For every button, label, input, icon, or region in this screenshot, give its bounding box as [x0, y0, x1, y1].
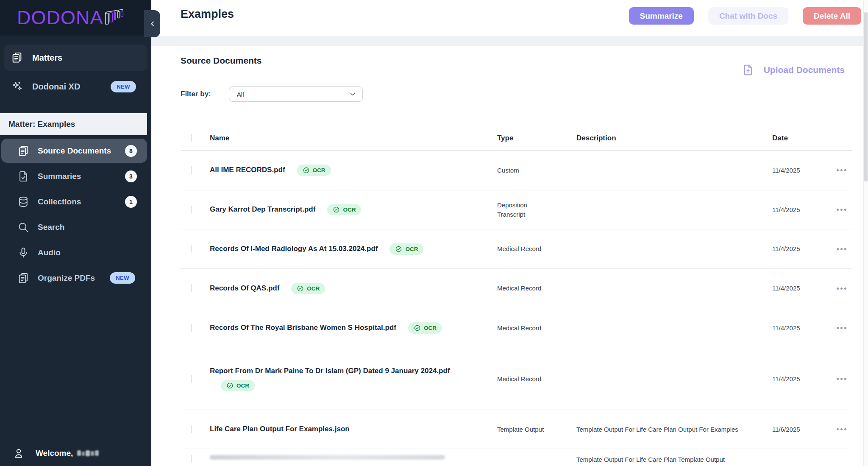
scrollbar-thumb[interactable] [864, 12, 868, 181]
document-date: 11/4/2025 [772, 244, 832, 254]
sidebar-top-nav: MattersDodonai XDNEW [0, 36, 151, 99]
check-circle-icon [395, 246, 402, 253]
chat-with-docs-button[interactable]: Chat with Docs [708, 7, 788, 25]
document-description: Template Output For Life Care Plan Outpu… [576, 425, 772, 434]
ocr-badge-label: OCR [313, 167, 326, 173]
ocr-badge-label: OCR [343, 206, 356, 213]
document-name[interactable]: Life Care Plan Output For Examples.json [210, 424, 350, 434]
row-checkbox[interactable] [191, 245, 192, 253]
document-name[interactable]: Records Of I-Med Radiology As At 15.03.2… [210, 244, 378, 254]
table-row: Records Of QAS.pdfOCRMedical Record11/4/… [181, 269, 852, 308]
search-icon [17, 221, 29, 233]
logo-chimes-icon [104, 7, 124, 26]
document-date: 11/4/2025 [772, 324, 832, 333]
row-checkbox[interactable] [191, 455, 192, 463]
table-row: Report From Dr Mark Paine To Dr Islam (G… [181, 348, 852, 410]
column-header-type: Type [497, 134, 576, 142]
check-circle-icon [333, 206, 340, 213]
sidebar-item-label: Summaries [38, 172, 81, 181]
chevron-left-icon [149, 20, 156, 28]
check-circle-icon [297, 285, 304, 292]
page-scrollbar[interactable] [863, 0, 868, 466]
sidebar-item-summaries[interactable]: Summaries3 [1, 164, 147, 188]
row-checkbox[interactable] [191, 375, 192, 383]
ocr-badge: OCR [389, 243, 423, 255]
matter-banner: Matter: Examples [0, 113, 147, 135]
sidebar-item-label: Audio [38, 248, 61, 257]
sparkles-icon [11, 81, 23, 92]
microphone-icon [17, 247, 29, 259]
select-all-checkbox[interactable] [191, 134, 192, 142]
filter-dropdown[interactable]: All [229, 87, 363, 102]
row-menu-button[interactable] [832, 248, 852, 250]
sidebar-item-collections[interactable]: Collections1 [1, 190, 147, 214]
upload-documents-link[interactable]: Upload Documents [742, 64, 845, 76]
sidebar-collapse-button[interactable] [144, 10, 160, 37]
document-name[interactable]: All IME RECORDS.pdf [210, 165, 285, 175]
ocr-badge-label: OCR [405, 246, 418, 252]
sidebar-item-search[interactable]: Search [1, 215, 147, 239]
welcome-row[interactable]: Welcome, [0, 440, 151, 466]
database-icon [17, 196, 29, 208]
welcome-label: Welcome, [36, 449, 73, 458]
document-name[interactable]: Gary Karrot Dep Transcript.pdf [210, 205, 315, 215]
sidebar-item-label: Matters [32, 53, 62, 63]
user-icon [13, 447, 25, 459]
logo[interactable]: DODONA [0, 0, 151, 36]
file-check-icon [17, 170, 29, 182]
summarize-button[interactable]: Summarize [629, 7, 694, 25]
ocr-badge: OCR [221, 380, 255, 391]
document-name[interactable]: Records Of The Royal Brisbane Women S Ho… [210, 323, 396, 333]
document-date: 11/4/2025 [772, 374, 832, 384]
row-checkbox[interactable] [191, 166, 192, 174]
document-description: Template Output For Life Care Plan Templ… [576, 455, 772, 464]
sidebar-item-organize-pdfs[interactable]: Organize PDFsNEW [1, 266, 147, 290]
row-menu-button[interactable] [832, 169, 852, 171]
section-title: Source Documents [181, 56, 262, 66]
sidebar-matter-nav: Source Documents8Summaries3Collections1S… [0, 135, 151, 291]
row-checkbox[interactable] [191, 206, 192, 214]
document-type: Medical Record [497, 324, 576, 333]
document-type: Medical Record [497, 244, 576, 254]
sidebar: DODONA MattersDodonai XDNEW Matter: Exam… [0, 0, 151, 466]
ocr-badge-label: OCR [424, 325, 437, 331]
filter-dropdown-value: All [237, 91, 244, 98]
header-buttons: Summarize Chat with Docs Delete All [629, 7, 862, 25]
row-menu-button[interactable] [832, 327, 852, 329]
row-checkbox[interactable] [191, 284, 192, 292]
sidebar-item-label: Source Documents [38, 146, 111, 156]
sidebar-item-dodonai-xd[interactable]: Dodonai XDNEW [4, 74, 147, 99]
table-row: Template Output For Life Care Plan Templ… [181, 449, 852, 466]
sidebar-item-matters[interactable]: Matters [4, 45, 147, 71]
row-menu-button[interactable] [832, 428, 852, 430]
row-menu-button[interactable] [832, 378, 852, 380]
document-date: 11/4/2025 [772, 284, 832, 293]
chevron-down-icon [349, 90, 356, 98]
sidebar-item-label: Collections [38, 197, 81, 206]
table-row: Records Of The Royal Brisbane Women S Ho… [181, 308, 852, 348]
row-menu-button[interactable] [832, 287, 852, 290]
check-circle-icon [226, 382, 234, 389]
ocr-badge: OCR [327, 204, 361, 215]
upload-documents-label: Upload Documents [764, 65, 845, 75]
row-menu-button[interactable] [832, 209, 852, 211]
table-row: Gary Karrot Dep Transcript.pdfOCRDeposit… [181, 190, 852, 229]
document-date: 11/4/2025 [772, 205, 832, 215]
sidebar-item-audio[interactable]: Audio [1, 240, 147, 265]
document-type: Custom [497, 166, 576, 175]
column-header-description: Description [576, 134, 772, 142]
row-checkbox[interactable] [191, 324, 192, 332]
count-badge: 8 [125, 145, 137, 157]
ocr-badge-label: OCR [307, 285, 320, 292]
table-header-row: Name Type Description Date [181, 126, 852, 151]
document-date: 11/6/2025 [772, 425, 832, 434]
main-content: Examples Summarize Chat with Docs Delete… [151, 0, 868, 466]
delete-all-button[interactable]: Delete All [803, 7, 861, 25]
count-badge: 1 [125, 196, 137, 208]
check-circle-icon [414, 324, 421, 332]
sidebar-item-source-documents[interactable]: Source Documents8 [1, 139, 147, 163]
document-name[interactable]: Report From Dr Mark Paine To Dr Islam (G… [210, 366, 450, 376]
row-checkbox[interactable] [191, 425, 192, 433]
document-type: Template Output [497, 425, 576, 434]
document-name[interactable]: Records Of QAS.pdf [210, 284, 279, 293]
